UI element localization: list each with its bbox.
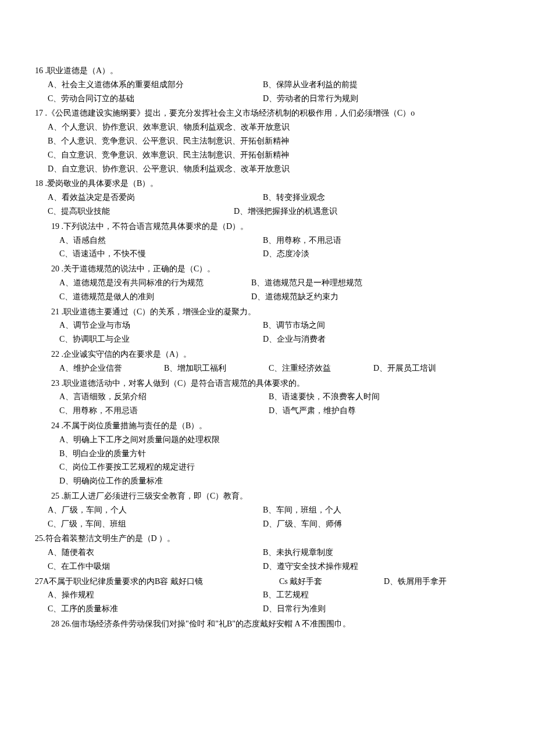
q17-option-d: D、自立意识、协作意识、公平意识、物质利益观念、改革开放意识 xyxy=(48,162,478,176)
q20-option-b: B、道德规范只是一种理想规范 xyxy=(251,276,472,290)
q24-option-d: D、明确岗位工作的质量标准 xyxy=(59,474,490,488)
q23-option-a: A、言语细致，反第介绍 xyxy=(59,390,269,404)
q25a-stem: 25 .新工人进厂必须进行三级安全教育，即（C）教育。 xyxy=(35,489,500,503)
q19-option-d: D、态度冷淡 xyxy=(263,247,484,261)
q22-stem: 22 .企业诚实守信的内在要求是（A）。 xyxy=(35,347,500,361)
question-28: 28 26.佃市场经济条件劳动保我们对操"俭吋 和"礼B"的态度戴好安帽 A 不… xyxy=(35,617,500,631)
q27-option-a: A、操作规程 xyxy=(48,588,263,602)
q18-option-a: A、看效益决定是否爱岗 xyxy=(48,191,263,205)
q25a-option-c: C、厂级，车间、班组 xyxy=(48,517,263,531)
q24-option-a: A、明确上下工序之间对质量问题的处理权限 xyxy=(59,433,490,447)
q20-option-d: D、道德规范缺乏约束力 xyxy=(251,290,472,304)
q18-option-d: D、增强把握择业的机遇意识 xyxy=(234,205,455,218)
q17-option-c: C、自立意识、竞争意识、效率意识、民主法制意识、开拓创新精神 xyxy=(48,148,478,162)
q18-stem: 18 .爱岗敬业的具体要求是（B）。 xyxy=(35,177,500,191)
q22-option-a: A、维护企业信誉 xyxy=(59,361,164,375)
q20-stem: 20 .关于道德规范的说法中，正确的是（C）。 xyxy=(35,262,500,276)
q22-option-b: B、增加职工福利 xyxy=(164,361,269,375)
q23-option-c: C、用尊称，不用忌语 xyxy=(59,404,269,418)
q19-stem: 19 .下列说法中，不符合语言规范具体要求的是（D）。 xyxy=(35,220,500,234)
q27-option-d: D、日常行为准则 xyxy=(263,602,484,616)
q17-option-a: A、个人意识、协作意识、效率意识、物质利益观念、改革开放意识 xyxy=(48,120,478,134)
q23-option-b: B、语速要快，不浪费客人时间 xyxy=(269,390,490,404)
q23-option-d: D、语气严肃，维护自尊 xyxy=(269,404,490,418)
question-24: 24 .不属于岗位质量措施与责任的是（B）。 A、明确上下工序之间对质量问题的处… xyxy=(35,419,500,488)
q27-option-c: C、工序的质量标准 xyxy=(48,602,263,616)
q24-stem: 24 .不属于岗位质量措施与责任的是（B）。 xyxy=(35,419,500,433)
q17-stem: 17 .《公民道德建设实施纲要》提出，要充分发挥社会主义市场经济机制的积极作用，… xyxy=(35,106,500,120)
q27-extra-c: Cs 戴好手套 xyxy=(279,575,384,589)
q17-option-b: B、个人意识、竞争意识、公平意识、民主法制意识、开拓创新精神 xyxy=(48,134,478,148)
question-23: 23 .职业道德活动中，对客人做到（C）是符合语言规范的具体要求的。 A、言语细… xyxy=(35,377,500,418)
q21-option-c: C、协调职工与企业 xyxy=(59,332,263,346)
q21-option-b: B、调节市场之间 xyxy=(263,318,484,332)
question-27: 27A不属于职业纪律质量要求的内B容 戴好口镜 Cs 戴好手套 D、铁屑用手拿开… xyxy=(35,575,500,616)
q16-option-b: B、保障从业者利益的前提 xyxy=(263,78,484,92)
question-18: 18 .爱岗敬业的具体要求是（B）。 A、看效益决定是否爱岗 B、转变择业观念 … xyxy=(35,177,500,218)
q25b-option-d: D、遵守安全技术操作规程 xyxy=(263,560,484,574)
q22-option-c: C、注重经济效益 xyxy=(269,361,373,375)
q19-option-b: B、用尊称，不用忌语 xyxy=(263,234,484,248)
q27-stem: 27A不属于职业纪律质量要求的内B容 戴好口镜 xyxy=(35,575,279,589)
q16-option-d: D、劳动者的日常行为规则 xyxy=(263,92,484,106)
q18-option-b: B、转变择业观念 xyxy=(263,191,484,205)
q16-option-a: A、社会主义道德体系的重要组成部分 xyxy=(48,78,263,92)
q23-stem: 23 .职业道德活动中，对客人做到（C）是符合语言规范的具体要求的。 xyxy=(35,377,500,390)
q20-option-a: A、道德规范是没有共同标准的行为规范 xyxy=(59,276,251,290)
q21-option-d: D、企业与消费者 xyxy=(263,332,484,346)
q28-stem: 28 26.佃市场经济条件劳动保我们对操"俭吋 和"礼B"的态度戴好安帽 A 不… xyxy=(35,617,500,631)
q27-option-b: B、工艺规程 xyxy=(263,588,484,602)
q19-option-c: C、语速适中，不快不慢 xyxy=(59,247,263,261)
q19-option-a: A、语感自然 xyxy=(59,234,263,248)
q22-option-d: D、开展员工培训 xyxy=(373,361,478,375)
q24-option-c: C、岗位工作要按工艺规程的规定进行 xyxy=(59,460,490,474)
q25b-option-b: B、未执行规章制度 xyxy=(263,546,484,560)
q25a-option-b: B、车间，班组，个人 xyxy=(263,503,484,517)
question-19: 19 .下列说法中，不符合语言规范具体要求的是（D）。 A、语感自然 B、用尊称… xyxy=(35,220,500,261)
q16-stem: 16 .职业道德是（A）。 xyxy=(35,64,500,78)
question-17: 17 .《公民道德建设实施纲要》提出，要充分发挥社会主义市场经济机制的积极作用，… xyxy=(35,106,500,175)
q24-option-b: B、明白企业的质量方针 xyxy=(59,447,490,461)
q25b-option-c: C、在工作中吸烟 xyxy=(48,560,263,574)
question-21: 21 .职业道德主要通过（C）的关系，增强企业的凝聚力。 A、调节企业与市场 B… xyxy=(35,305,500,346)
q18-option-c: C、提高职业技能 xyxy=(48,205,234,218)
q25b-stem: 25.符合着装整洁文明生产的是（D ）。 xyxy=(35,532,500,546)
q27-extra-d: D、铁屑用手拿开 xyxy=(384,575,488,589)
q25b-option-a: A、随便着衣 xyxy=(48,546,263,560)
q25a-option-d: D、厂级、车间、师傅 xyxy=(263,517,484,531)
question-20: 20 .关于道德规范的说法中，正确的是（C）。 A、道德规范是没有共同标准的行为… xyxy=(35,262,500,303)
q20-option-c: C、道德规范是做人的准则 xyxy=(59,290,251,304)
question-16: 16 .职业道德是（A）。 A、社会主义道德体系的重要组成部分 B、保障从业者利… xyxy=(35,64,500,105)
question-25a: 25 .新工人进厂必须进行三级安全教育，即（C）教育。 A、厂级，车间，个人 B… xyxy=(35,489,500,531)
q21-stem: 21 .职业道德主要通过（C）的关系，增强企业的凝聚力。 xyxy=(35,305,500,319)
q16-option-c: C、劳动合同订立的基础 xyxy=(48,92,263,106)
question-25b: 25.符合着装整洁文明生产的是（D ）。 A、随便着衣 B、未执行规章制度 C、… xyxy=(35,532,500,573)
question-22: 22 .企业诚实守信的内在要求是（A）。 A、维护企业信誉 B、增加职工福利 C… xyxy=(35,347,500,375)
q25a-option-a: A、厂级，车间，个人 xyxy=(48,503,263,517)
q21-option-a: A、调节企业与市场 xyxy=(59,318,263,332)
